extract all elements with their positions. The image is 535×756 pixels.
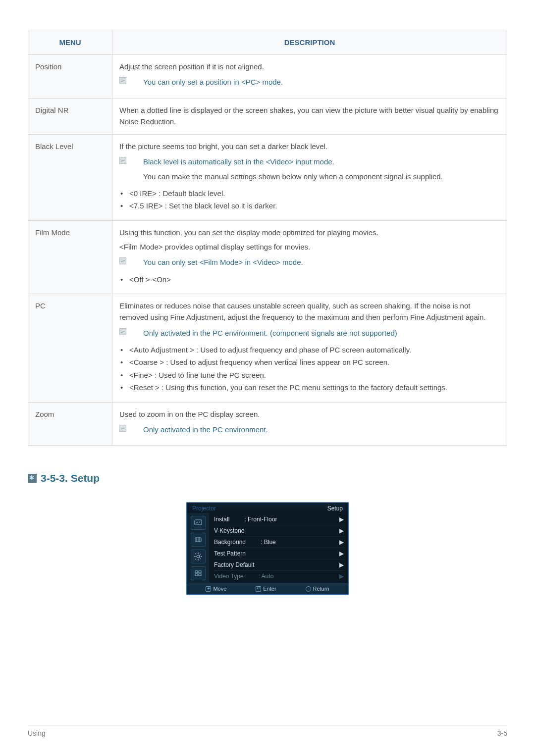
svg-rect-14	[195, 571, 198, 573]
menu-cell-pc: PC	[28, 294, 112, 403]
note-row: You can only set a position in <PC> mode…	[119, 76, 500, 88]
osd-footer-enter: Enter	[256, 586, 276, 592]
menu-description-table: MENU DESCRIPTION Position Adjust the scr…	[28, 30, 507, 446]
osd-row-factorydefault: Factory Default ▶	[214, 559, 344, 571]
note-text: You can only set <Film Mode> in <Video> …	[143, 256, 303, 268]
osd-footer-return: Return	[306, 586, 329, 592]
osd-row-background: Background : Blue ▶	[214, 537, 344, 548]
osd-screenshot: Projector Setup Install : Front-Floor ▶	[28, 502, 507, 595]
osd-footer-move: Move	[206, 586, 226, 592]
osd-item-value: : Auto	[244, 573, 336, 580]
list-item: <Fine> : Used to fine tune the PC screen…	[119, 369, 500, 382]
note-icon	[119, 77, 126, 84]
chevron-right-icon: ▶	[336, 516, 344, 523]
note-row: Black level is automatically set in the …	[119, 156, 500, 167]
menu-cell-film-mode: Film Mode	[28, 220, 112, 294]
svg-rect-16	[195, 574, 198, 576]
table-row: Black Level If the picture seems too bri…	[28, 135, 507, 221]
chevron-right-icon: ▶	[336, 527, 344, 534]
table-row: Position Adjust the screen position if i…	[28, 55, 507, 99]
table-row: Film Mode Using this function, you can s…	[28, 220, 507, 294]
osd-item-label: Test Pattern	[214, 550, 246, 557]
picture-icon	[191, 516, 206, 530]
option-icon	[191, 566, 206, 580]
section-heading: 3-5-3. Setup	[28, 472, 507, 484]
list-item: <Auto Adjustment > : Used to adjust freq…	[119, 344, 500, 356]
chevron-right-icon: ▶	[336, 539, 344, 546]
svg-rect-17	[199, 574, 201, 576]
section-bullet-icon	[28, 474, 37, 483]
desc-cell-film-mode: Using this function, you can set the dis…	[112, 220, 507, 294]
osd-row-vkeystone: V-Keystone ▶	[214, 525, 344, 537]
table-row: Digital NR When a dotted line is display…	[28, 98, 507, 135]
body-text: Using this function, you can set the dis…	[119, 227, 500, 238]
osd-sidebar	[187, 513, 209, 583]
desc-cell-pc: Eliminates or reduces noise that causes …	[112, 294, 507, 403]
menu-cell-position: Position	[28, 55, 112, 99]
bullet-list: <0 IRE> : Default black level. <7.5 IRE>…	[119, 187, 500, 212]
menu-cell-zoom: Zoom	[28, 402, 112, 446]
osd-list: Install : Front-Floor ▶ V-Keystone ▶ Bac…	[209, 513, 348, 583]
desc-cell-black-level: If the picture seems too bright, you can…	[112, 135, 507, 221]
osd-item-label: Background	[214, 539, 246, 546]
osd-item-label: V-Keystone	[214, 527, 244, 534]
body-text: Used to zoom in on the PC display screen…	[119, 408, 500, 420]
osd-titlebar: Projector Setup	[187, 503, 348, 513]
footer-right: 3-5	[497, 729, 507, 737]
list-item: <7.5 IRE> : Set the black level so it is…	[119, 200, 500, 212]
menu-cell-digital-nr: Digital NR	[28, 98, 112, 135]
body-text: <Film Mode> provides optimal display set…	[119, 241, 500, 252]
body-text: Adjust the screen position if it is not …	[119, 61, 500, 72]
note-text: Black level is automatically set in the …	[143, 156, 334, 167]
osd-item-label: Factory Default	[214, 561, 254, 568]
list-item: <Coarse > : Used to adjust frequency whe…	[119, 356, 500, 369]
move-icon	[206, 586, 211, 592]
page-footer: Using 3-5	[28, 725, 507, 737]
table-row: PC Eliminates or reduces noise that caus…	[28, 294, 507, 403]
note-icon	[119, 425, 126, 432]
desc-cell-position: Adjust the screen position if it is not …	[112, 55, 507, 99]
osd-footer-move-label: Move	[213, 586, 226, 592]
osd-footer-return-label: Return	[313, 586, 329, 592]
note-text: You can only set a position in <PC> mode…	[143, 76, 283, 88]
svg-rect-0	[195, 520, 202, 525]
note-icon	[119, 157, 126, 164]
bullet-list: <Off >-<On>	[119, 273, 500, 286]
enter-icon	[256, 586, 261, 592]
note-icon	[119, 328, 126, 335]
body-text: When a dotted line is displayed or the s…	[119, 104, 500, 128]
chevron-right-icon: ▶	[336, 550, 344, 557]
svg-line-12	[195, 558, 196, 559]
svg-line-13	[200, 554, 201, 554]
desc-cell-digital-nr: When a dotted line is displayed or the s…	[112, 98, 507, 135]
note-text: Only activated in the PC environment. (c…	[143, 327, 397, 339]
osd-footer-enter-label: Enter	[263, 586, 276, 592]
note-row: You can only set <Film Mode> in <Video> …	[119, 256, 500, 268]
col-header-description: DESCRIPTION	[112, 30, 507, 55]
osd-footer: Move Enter Return	[187, 583, 348, 594]
desc-cell-zoom: Used to zoom in on the PC display screen…	[112, 402, 507, 446]
osd-title-left: Projector	[192, 505, 216, 512]
list-item: <Reset > : Using this function, you can …	[119, 381, 500, 394]
body-text: Eliminates or reduces noise that causes …	[119, 300, 500, 323]
note-row: Only activated in the PC environment.	[119, 424, 500, 435]
note-row: Only activated in the PC environment. (c…	[119, 327, 500, 339]
section-heading-text: 3-5-3. Setup	[41, 472, 100, 484]
note-sub-text: You can make the manual settings shown b…	[143, 171, 500, 182]
svg-rect-15	[199, 571, 201, 573]
osd-body: Install : Front-Floor ▶ V-Keystone ▶ Bac…	[187, 513, 348, 583]
svg-line-10	[195, 554, 196, 554]
svg-point-5	[197, 555, 200, 558]
setup-gear-icon	[191, 550, 206, 563]
list-item: <0 IRE> : Default black level.	[119, 187, 500, 200]
osd-row-videotype: Video Type : Auto ▶	[214, 571, 344, 582]
input-icon	[191, 533, 206, 547]
chevron-right-icon: ▶	[336, 573, 344, 580]
note-icon	[119, 257, 126, 264]
return-icon	[306, 586, 311, 592]
osd-item-value: : Blue	[246, 539, 336, 546]
osd-row-testpattern: Test Pattern ▶	[214, 548, 344, 559]
osd-window: Projector Setup Install : Front-Floor ▶	[186, 502, 349, 595]
footer-left: Using	[28, 729, 46, 737]
table-row: Zoom Used to zoom in on the PC display s…	[28, 402, 507, 446]
